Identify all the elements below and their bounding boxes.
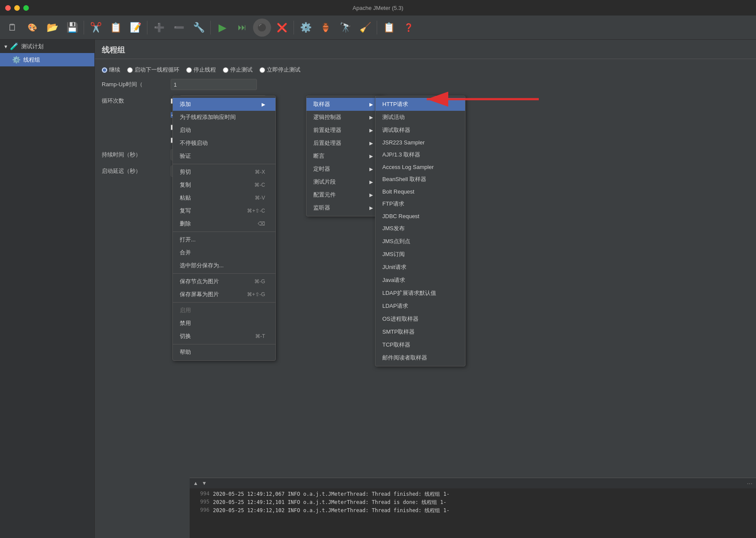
sampler-jms-subscribe[interactable]: JMS订阅 [375, 248, 465, 261]
sampler-test-action[interactable]: 测试活动 [375, 111, 465, 124]
ctx-save-screen-image[interactable]: 保存屏幕为图片 ⌘+⇧-G [173, 288, 275, 301]
remove-button[interactable]: ➖ [170, 19, 188, 37]
ctx-open[interactable]: 打开... [173, 233, 275, 246]
sampler-jms-publish[interactable]: JMS发布 [375, 222, 465, 235]
radio-continue[interactable]: 继续 [102, 66, 120, 74]
ctx-merge[interactable]: 合并 [173, 246, 275, 259]
ctx-save-selection[interactable]: 选中部分保存为... [173, 259, 275, 272]
sampler-debug-sampler[interactable]: 调试取样器 [375, 124, 465, 137]
ctx-toggle[interactable]: 切换 ⌘-T [173, 330, 275, 343]
broom-button[interactable]: 🧹 [356, 19, 374, 37]
ctx-disable-label: 禁用 [180, 319, 191, 327]
stop-remote-button[interactable]: ⚫ [253, 19, 271, 37]
add-submenu-config-element[interactable]: 配置元件 ▶ [306, 188, 383, 201]
ctx-open-label: 打开... [180, 236, 196, 244]
clear-button[interactable]: 🏺 [316, 19, 334, 37]
ctx-start-no-pause[interactable]: 不停顿启动 [173, 137, 275, 150]
maximize-button[interactable] [23, 5, 29, 11]
add-submenu-logic-controller[interactable]: 逻辑控制器 ▶ [306, 111, 383, 124]
add-submenu-pre-processor[interactable]: 前置处理器 ▶ [306, 124, 383, 137]
browse-button[interactable]: 🔧 [190, 19, 208, 37]
sampler-tcp[interactable]: TCP取样器 [375, 338, 465, 351]
toolbar-separator-5 [377, 21, 377, 34]
radio-stop-test[interactable]: 停止测试 [223, 66, 253, 74]
ctx-sep-2 [173, 231, 275, 232]
ctx-add-response-time[interactable]: 为子线程添加响应时间 [173, 111, 275, 124]
add-submenu-post-processor[interactable]: 后置处理器 ▶ [306, 137, 383, 150]
main-layout: ▼ 🧪 测试计划 ⚙️ 线程组 线程组 继续 启动下一线程循环 [0, 40, 756, 538]
sampler-test-action-label: 测试活动 [382, 113, 405, 121]
stop-button[interactable]: ❌ [273, 19, 291, 37]
sidebar-item-threadgroup[interactable]: ⚙️ 线程组 [0, 53, 94, 66]
sampler-ajp[interactable]: AJP/1.3 取样器 [375, 148, 465, 161]
ctx-validate[interactable]: 验证 [173, 150, 275, 163]
ctx-duplicate[interactable]: 复写 ⌘+⇧-C [173, 204, 275, 217]
sampler-ldap[interactable]: LDAP请求 [375, 300, 465, 313]
add-submenu-sampler[interactable]: 取样器 ▶ [306, 98, 383, 111]
ctx-duplicate-shortcut: ⌘+⇧-C [247, 208, 265, 214]
start-no-pause-button[interactable]: ⏭ [233, 19, 251, 37]
ctx-disable[interactable]: 禁用 [173, 317, 275, 330]
minimize-button[interactable] [14, 5, 20, 11]
sampler-junit[interactable]: JUnit请求 [375, 261, 465, 274]
sampler-beanshell[interactable]: BeanShell 取样器 [375, 173, 465, 186]
log-row-996: 996 2020-05-25 12:49:12,102 INFO o.a.j.t… [190, 507, 756, 515]
radio-stop-test-now[interactable]: 立即停止测试 [259, 66, 300, 74]
ctx-help[interactable]: 帮助 [173, 346, 275, 359]
save-button[interactable]: 💾 [63, 19, 81, 37]
add-submenu-assertion[interactable]: 断言 ▶ [306, 150, 383, 163]
new-button[interactable]: 🗒 [3, 19, 22, 37]
sampler-http-request[interactable]: HTTP请求 [375, 98, 465, 111]
toolbar-separator-2 [147, 21, 147, 34]
ctx-copy-label: 复制 [180, 181, 191, 189]
sampler-ftp[interactable]: FTP请求 [375, 197, 465, 210]
log-up-button[interactable]: ▲ [193, 480, 198, 486]
sampler-jms-p2p[interactable]: JMS点到点 [375, 235, 465, 248]
copy-button[interactable]: 📋 [106, 19, 125, 37]
add-submenu-listener[interactable]: 监听器 ▶ [306, 201, 383, 214]
add-submenu-test-fragment[interactable]: 测试片段 ▶ [306, 175, 383, 188]
ctx-add[interactable]: 添加 ▶ [173, 98, 275, 111]
config-button[interactable]: ⚙️ [297, 19, 315, 37]
open-button[interactable]: 📂 [43, 19, 61, 37]
ctx-paste[interactable]: 粘贴 ⌘-V [173, 191, 275, 204]
ctx-copy[interactable]: 复制 ⌘-C [173, 178, 275, 191]
ctx-start[interactable]: 启动 [173, 124, 275, 137]
paste-button[interactable]: 📝 [126, 19, 144, 37]
ctx-delete[interactable]: 删除 ⌫ [173, 217, 275, 230]
sampler-access-log[interactable]: Access Log Sampler [375, 161, 465, 173]
start-button[interactable]: ▶ [213, 19, 231, 37]
close-button[interactable] [5, 5, 11, 11]
radio-next-loop[interactable]: 启动下一线程循环 [127, 66, 179, 74]
cut-button[interactable]: ✂️ [87, 19, 105, 37]
sampler-jsr223[interactable]: JSR223 Sampler [375, 137, 465, 148]
sampler-mail-reader[interactable]: 邮件阅读者取样器 [375, 351, 465, 364]
add-submenu-timer[interactable]: 定时器 ▶ [306, 163, 383, 175]
sidebar-item-testplan[interactable]: ▼ 🧪 测试计划 [0, 40, 94, 53]
sampler-ldap-ext[interactable]: LDAP扩展请求默认值 [375, 287, 465, 300]
open-template-button[interactable]: 🎨 [23, 19, 41, 37]
search-button[interactable]: 🔭 [336, 19, 354, 37]
sampler-bolt[interactable]: Bolt Request [375, 186, 465, 197]
ramp-up-input[interactable] [171, 79, 257, 90]
log-down-button[interactable]: ▼ [202, 480, 207, 486]
help-button[interactable]: ❓ [400, 19, 418, 37]
sampler-submenu[interactable]: HTTP请求 测试活动 调试取样器 JSR223 Sampler AJP/1.3… [375, 96, 465, 366]
list-button[interactable]: 📋 [380, 19, 398, 37]
ctx-save-node-image[interactable]: 保存节点为图片 ⌘-G [173, 275, 275, 288]
add-submenu-config-element-arrow: ▶ [369, 192, 373, 198]
ctx-cut-shortcut: ⌘-X [255, 169, 265, 175]
add-button[interactable]: ➕ [150, 19, 168, 37]
radio-stop-thread[interactable]: 停止线程 [186, 66, 216, 74]
ctx-cut[interactable]: 剪切 ⌘-X [173, 166, 275, 178]
ctx-save-screen-image-label: 保存屏幕为图片 [180, 291, 219, 298]
log-toolbar: ▲ ▼ ··· [190, 478, 756, 488]
sampler-jdbc[interactable]: JDBC Request [375, 210, 465, 222]
add-submenu[interactable]: 取样器 ▶ 逻辑控制器 ▶ 前置处理器 ▶ 后置处理器 ▶ 断言 ▶ [306, 96, 384, 216]
sampler-java[interactable]: Java请求 [375, 274, 465, 287]
log-menu-button[interactable]: ··· [747, 480, 753, 488]
sampler-smtp[interactable]: SMTP取样器 [375, 325, 465, 338]
context-menu[interactable]: 添加 ▶ 为子线程添加响应时间 启动 不停顿启动 验证 剪切 [172, 96, 276, 361]
sampler-os-process[interactable]: OS进程取样器 [375, 313, 465, 325]
ctx-enable-label: 启用 [180, 307, 191, 314]
